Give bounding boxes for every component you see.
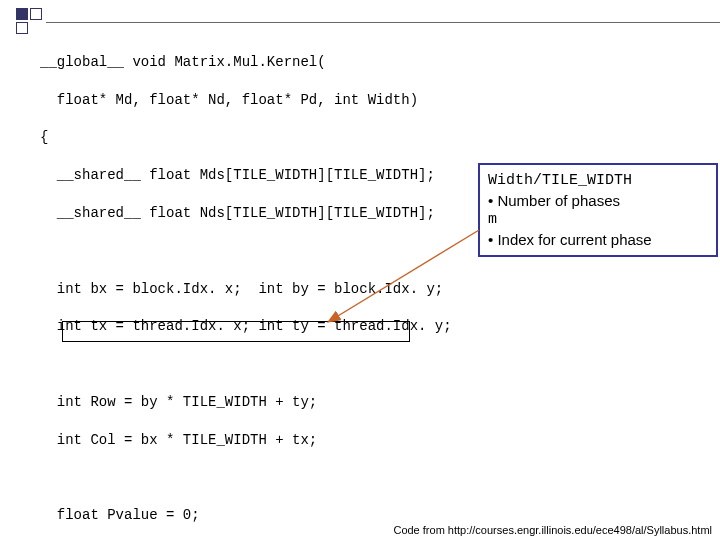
for-loop-highlight-box [62,321,410,342]
code-line: int Col = bx * TILE_WIDTH + tx; [40,431,700,450]
annotation-callout: Width/TILE_WIDTH • Number of phases m • … [478,163,718,257]
code-line: float* Md, float* Nd, float* Pd, int Wid… [40,91,700,110]
annot-bullet: • Index for current phase [488,230,708,250]
code-line: float Pvalue = 0; [40,506,700,525]
deco-square-filled [16,8,28,20]
code-line: { [40,128,700,147]
deco-square-outline [16,22,28,34]
header-divider [46,22,720,23]
annot-line: Width/TILE_WIDTH [488,169,708,191]
code-listing: __global__ void Matrix.Mul.Kernel( float… [40,34,700,540]
annot-code-fragment: m [488,210,708,230]
deco-square-outline [30,8,42,20]
code-line: __global__ void Matrix.Mul.Kernel( [40,53,700,72]
credit-text: Code from http://courses.engr.illinois.e… [393,524,712,536]
annot-bullet: • Number of phases [488,191,708,211]
annot-code-fragment: /TILE_WIDTH [533,172,632,189]
code-line [40,468,700,487]
code-line: int bx = block.Idx. x; int by = block.Id… [40,280,700,299]
annot-code-fragment: Width [488,172,533,189]
code-line: int Row = by * TILE_WIDTH + ty; [40,393,700,412]
code-line [40,355,700,374]
